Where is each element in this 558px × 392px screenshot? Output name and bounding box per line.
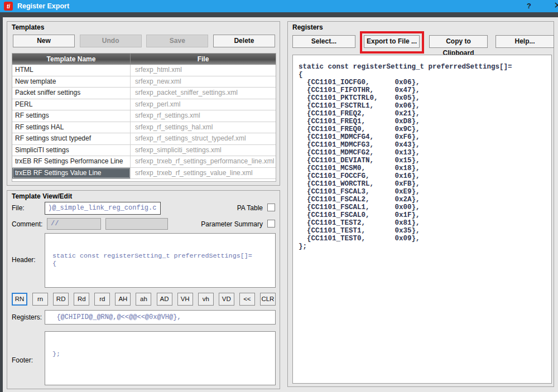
template-file-cell[interactable]: srfexp_new.xml — [131, 76, 276, 88]
template-name-cell[interactable]: PERL — [12, 99, 131, 110]
parameter-summary-checkbox[interactable] — [267, 220, 275, 228]
templates-group: Templates New Undo Save Delete Template … — [7, 21, 280, 186]
template-name-cell[interactable]: RF settings struct typedef — [12, 133, 131, 144]
pa-table-checkbox[interactable] — [267, 204, 275, 211]
table-row[interactable]: RF settings HALsrfexp_rf_settings_hal.xm… — [12, 122, 276, 134]
delete-button[interactable]: Delete — [213, 35, 275, 47]
template-file-cell[interactable]: srfexp_packet_sniffer_settings.xml — [131, 88, 276, 99]
registers-label: Registers: — [12, 313, 42, 321]
comment-label: Comment: — [12, 220, 42, 228]
header-code: static const registerSetting_t preferred… — [45, 249, 275, 268]
template-name-cell[interactable]: trxEB RF Settings Value Line — [12, 168, 131, 179]
template-view-edit-group: Template View/Edit File: )@_simple_link_… — [7, 190, 280, 389]
svg-text:ti: ti — [7, 3, 10, 9]
table-row[interactable]: SimpliciTI settingssrfexp_simpliciti_set… — [12, 145, 276, 157]
table-row[interactable]: PERLsrfexp_perl.xml — [12, 99, 276, 111]
registers-output-box[interactable]: static const registerSetting_t preferred… — [292, 55, 552, 384]
template-file-cell[interactable]: srfexp_trxeb_rf_settings_value_line.xml — [131, 168, 276, 179]
table-row[interactable]: New templatesrfexp_new.xml — [12, 76, 276, 88]
template-name-cell[interactable]: trxEB RF Settings Performance Line — [12, 156, 131, 167]
tool-button-ah-upper[interactable]: AH — [115, 293, 131, 306]
template-table: Template Name File HTMLsrfexp_html.xmlNe… — [12, 53, 276, 182]
tool-button-rn-upper[interactable]: RN — [12, 293, 27, 306]
template-table-body: HTMLsrfexp_html.xmlNew templatesrfexp_ne… — [12, 65, 276, 179]
file-header[interactable]: File — [131, 54, 276, 65]
registers-input[interactable]: {@CHIPID@_@RN@,@<<@@<<@0x@VH@}, — [45, 310, 276, 325]
template-name-cell[interactable]: New template — [12, 76, 131, 88]
substitution-toolbar: RNrnRDRdrdAHahADVHvhVD<<CLR — [12, 293, 276, 306]
template-file-cell[interactable]: srfexp_trxeb_rf_settings_performance_lin… — [131, 156, 276, 167]
file-label: File: — [12, 204, 25, 212]
template-name-cell[interactable]: HTML — [12, 65, 131, 76]
export-to-file-button[interactable]: Export to File ... — [364, 35, 420, 48]
tool-button-vd-upper[interactable]: VD — [219, 293, 234, 306]
template-name-cell[interactable]: Packet sniffer settings — [12, 88, 131, 99]
window-frame-left — [0, 12, 3, 392]
pa-table-label: PA Table — [237, 204, 263, 212]
parameter-summary-label: Parameter Summary — [201, 220, 263, 228]
undo-button[interactable]: Undo — [80, 35, 142, 47]
template-name-cell[interactable]: RF settings — [12, 110, 131, 122]
tool-button-vh-upper[interactable]: VH — [177, 293, 193, 306]
titlebar: ti Register Export ? ✕ — [0, 0, 558, 12]
template-file-cell[interactable]: srfexp_rf_settings_hal.xml — [131, 122, 276, 133]
select-button[interactable]: Select... — [292, 35, 355, 48]
table-row[interactable]: Packet sniffer settingssrfexp_packet_sni… — [12, 88, 276, 99]
tool-button-clr-upper[interactable]: CLR — [260, 293, 276, 306]
registers-group: Registers Select... Export to File ... C… — [287, 21, 554, 387]
tool-button-ah[interactable]: ah — [136, 293, 151, 306]
tool-button-ad-upper[interactable]: AD — [157, 293, 172, 306]
tool-button-rd[interactable]: Rd — [74, 293, 89, 306]
tool-button-rd[interactable]: rd — [94, 293, 110, 306]
template-file-cell[interactable]: srfexp_rf_settings.xml — [131, 110, 276, 122]
comment-input-secondary[interactable] — [105, 218, 168, 230]
template-name-cell[interactable]: RF settings HAL — [12, 122, 131, 133]
registers-group-title: Registers — [292, 23, 323, 31]
window-title: Register Export — [17, 2, 69, 10]
table-row[interactable]: trxEB RF Settings Performance Linesrfexp… — [12, 156, 276, 168]
templates-group-title: Templates — [12, 23, 44, 31]
copy-to-clipboard-button[interactable]: Copy to Clipboard — [429, 35, 488, 48]
templates-button-row: New Undo Save Delete — [13, 35, 275, 47]
tool-button-rn[interactable]: rn — [32, 293, 48, 306]
file-input[interactable]: )@_simple_link_reg_config.c — [45, 202, 161, 215]
footer-code: }; — [45, 347, 275, 358]
registers-output-code: static const registerSetting_t preferred… — [293, 55, 551, 250]
template-table-header: Template Name File — [12, 54, 276, 65]
template-name-header[interactable]: Template Name — [12, 54, 131, 65]
header-textarea[interactable]: static const registerSetting_t preferred… — [45, 233, 276, 288]
new-button[interactable]: New — [13, 35, 75, 47]
header-label: Header: — [12, 256, 36, 264]
template-file-cell[interactable]: srfexp_html.xml — [131, 65, 276, 76]
comment-input[interactable]: // — [47, 218, 101, 230]
template-file-cell[interactable]: srfexp_simpliciti_settings.xml — [131, 145, 276, 156]
tool-button-shift-upper[interactable]: << — [239, 293, 255, 306]
help-titlebar-button[interactable]: ? — [527, 0, 531, 12]
tool-button-vh[interactable]: vh — [198, 293, 214, 306]
template-view-edit-title: Template View/Edit — [12, 192, 72, 200]
table-row[interactable]: trxEB RF Settings Value Linesrfexp_trxeb… — [12, 168, 276, 180]
footer-label: Footer: — [12, 356, 33, 364]
template-file-cell[interactable]: srfexp_rf_settings_struct_typedef.xml — [131, 133, 276, 144]
template-name-cell[interactable]: SimpliciTI settings — [12, 145, 131, 156]
tool-button-rd-upper[interactable]: RD — [53, 293, 69, 306]
template-file-cell[interactable]: srfexp_perl.xml — [131, 99, 276, 110]
save-button[interactable]: Save — [146, 35, 208, 47]
table-row[interactable]: RF settingssrfexp_rf_settings.xml — [12, 110, 276, 122]
table-row[interactable]: HTMLsrfexp_html.xml — [12, 65, 276, 76]
help-button[interactable]: Help... — [496, 35, 554, 48]
footer-textarea[interactable]: }; — [45, 331, 276, 385]
ti-logo-icon: ti — [4, 2, 13, 11]
table-row[interactable]: RF settings struct typedefsrfexp_rf_sett… — [12, 133, 276, 145]
window-frame-top — [0, 12, 558, 17]
close-icon[interactable]: ✕ — [554, 0, 558, 12]
